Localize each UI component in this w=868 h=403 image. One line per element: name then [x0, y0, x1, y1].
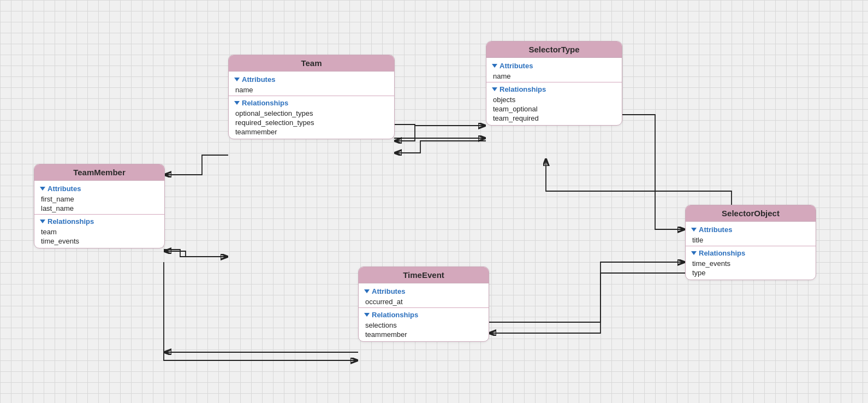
team-card-body: Attributes name Relationships optional_s… [229, 72, 394, 139]
teammember-field-lastname: last_name [34, 204, 164, 213]
timeevent-rel-triangle [364, 313, 370, 317]
selectortype-card-header: SelectorType [486, 42, 622, 58]
team-attributes-triangle [234, 78, 240, 81]
line-tm-team [164, 250, 228, 257]
selectortype-rel-triangle [492, 87, 497, 91]
timeevent-card-header: TimeEvent [359, 267, 489, 283]
line-tm-team-back [164, 251, 228, 257]
team-divider [229, 96, 394, 96]
timeevent-card-body: Attributes occurred_at Relationships sel… [359, 283, 489, 341]
selectorobject-divider [686, 246, 816, 246]
team-field-teammember: teammember [229, 127, 394, 137]
teammember-card-header: TeamMember [34, 164, 164, 181]
selectorobject-card: SelectorObject Attributes title Relation… [685, 205, 816, 280]
selectortype-attributes-label: Attributes [486, 60, 622, 72]
timeevent-field-occurred: occurred_at [359, 297, 489, 306]
team-relationships-label: Relationships [229, 97, 394, 109]
selectorobject-field-title: title [686, 235, 816, 245]
teammember-field-firstname: first_name [34, 194, 164, 204]
line-optional-back [394, 126, 486, 141]
team-field-required: required_selection_types [229, 118, 394, 127]
line-tm-timeevents [164, 262, 358, 360]
selectortype-field-team-required: team_required [486, 114, 622, 123]
selectorobject-attributes-triangle [691, 228, 697, 232]
timeevent-attributes-triangle [364, 289, 370, 293]
line-optional [394, 125, 486, 126]
selectorobject-card-header: SelectorObject [686, 205, 816, 222]
selectorobject-field-timeevents: time_events [686, 259, 816, 268]
line-st-objects [617, 115, 685, 229]
selectortype-attributes-triangle [492, 64, 497, 68]
teammember-relationships-label: Relationships [34, 216, 164, 227]
timeevent-divider [359, 307, 489, 308]
teammember-card-body: Attributes first_name last_name Relation… [34, 181, 164, 248]
selectortype-field-objects: objects [486, 95, 622, 104]
selectorobject-attributes-label: Attributes [686, 224, 816, 235]
team-card: Team Attributes name Relationships optio… [228, 55, 395, 139]
timeevent-attributes-label: Attributes [359, 286, 489, 297]
team-field-name: name [229, 85, 394, 94]
teammember-field-timeevents: time_events [34, 236, 164, 246]
teammember-rel-triangle [40, 220, 45, 223]
timeevent-card: TimeEvent Attributes occurred_at Relatio… [358, 266, 489, 342]
selectortype-relationships-label: Relationships [486, 84, 622, 95]
teammember-attributes-label: Attributes [34, 183, 164, 194]
selectortype-field-name: name [486, 72, 622, 81]
selectortype-card-body: Attributes name Relationships objects te… [486, 58, 622, 125]
line-te-selections [489, 262, 685, 322]
line-team-teammember [164, 155, 228, 175]
teammember-field-team: team [34, 227, 164, 236]
selectorobject-rel-triangle [691, 251, 697, 255]
selectortype-divider [486, 82, 622, 82]
team-field-optional: optional_selection_types [229, 109, 394, 118]
selectorobject-relationships-label: Relationships [686, 247, 816, 259]
selectorobject-field-type: type [686, 268, 816, 277]
timeevent-field-teammember: teammember [359, 330, 489, 339]
team-attributes-label: Attributes [229, 74, 394, 85]
teammember-attributes-triangle [40, 187, 45, 191]
selectortype-field-team-optional: team_optional [486, 104, 622, 114]
team-card-header: Team [229, 55, 394, 72]
teammember-divider [34, 214, 164, 215]
team-rel-triangle [234, 101, 240, 105]
timeevent-field-selections: selections [359, 321, 489, 330]
selectortype-card: SelectorType Attributes name Relationshi… [486, 41, 622, 126]
line-required-back [394, 141, 486, 153]
teammember-card: TeamMember Attributes first_name last_na… [34, 164, 165, 248]
line-so-timeevents [489, 273, 685, 333]
selectorobject-card-body: Attributes title Relationships time_even… [686, 222, 816, 280]
timeevent-relationships-label: Relationships [359, 309, 489, 321]
